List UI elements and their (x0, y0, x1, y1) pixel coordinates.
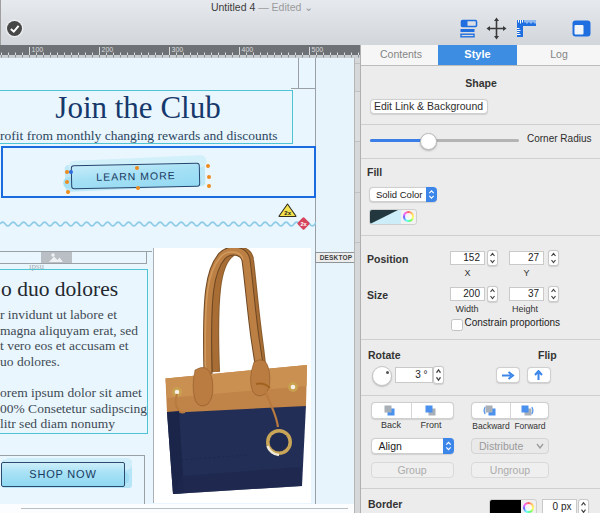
svg-text:2x: 2x (284, 210, 291, 216)
svg-text:2x: 2x (300, 220, 307, 226)
